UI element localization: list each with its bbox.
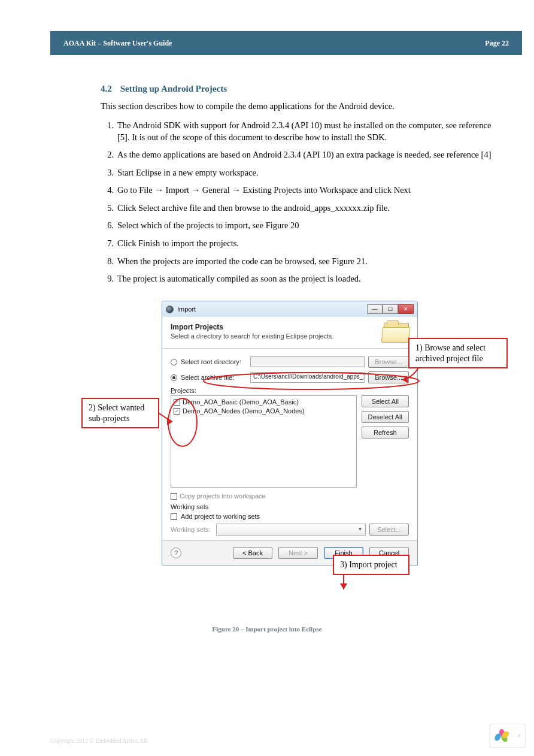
archive-label: Select archive file:: [181, 374, 247, 381]
next-button[interactable]: Next >: [278, 547, 318, 559]
minimize-button[interactable]: —: [367, 304, 383, 314]
callout-browse: 1) Browse and select archived project fi…: [408, 338, 508, 368]
project-row[interactable]: ✓ Demo_AOA_Nodes (Demo_AOA_Nodes): [174, 407, 354, 415]
dialog-header: Import Projects Select a directory to se…: [162, 317, 417, 349]
window-titlebar[interactable]: Import — ☐ ✕: [162, 301, 417, 317]
working-sets-label: Working sets:: [171, 526, 213, 533]
add-working-set-checkbox[interactable]: [171, 513, 177, 520]
project-checkbox[interactable]: ✓: [174, 408, 180, 415]
list-item: 8.When the projects are imported the cod…: [101, 256, 498, 268]
copyright: Copyright 2012 © Embedded Artists AB: [50, 737, 148, 744]
page-content: 4.2Setting up Android Projects This sect…: [101, 84, 498, 291]
working-sets-combo[interactable]: [216, 524, 366, 536]
chevron-right-icon: ›: [517, 731, 520, 740]
list-item: 2.As the demo applications are based on …: [101, 149, 498, 161]
import-dialog: Import — ☐ ✕ Import Projects Select a di…: [162, 301, 418, 566]
working-sets-title: Working sets: [171, 503, 409, 510]
archive-radio[interactable]: [171, 374, 177, 381]
copy-workspace-checkbox[interactable]: ✓: [171, 493, 177, 500]
section-title: Setting up Android Projects: [120, 84, 227, 93]
page-number: Page 22: [485, 39, 509, 48]
copy-workspace-label: Copy projects into workspace: [180, 492, 266, 500]
window-title: Import: [177, 306, 196, 313]
logo-icon: [495, 729, 508, 742]
section-intro: This section describes how to compile th…: [101, 101, 498, 111]
projects-listbox[interactable]: ✓ Demo_AOA_Basic (Demo_AOA_Basic) ✓ Demo…: [171, 395, 357, 488]
archive-path-input[interactable]: C:\Users\ancli\Downloads\android_apps_12…: [250, 372, 365, 383]
list-item: 9.The project is automatically compiled …: [101, 273, 498, 285]
root-dir-input[interactable]: [250, 356, 365, 367]
projects-label: Projects:: [171, 387, 409, 394]
dialog-subheading: Select a directory to search for existin…: [171, 332, 334, 340]
corner-widget[interactable]: ›: [490, 724, 526, 748]
select-all-button[interactable]: Select All: [362, 395, 409, 407]
refresh-button[interactable]: Refresh: [362, 427, 409, 439]
section-number: 4.2: [101, 84, 112, 93]
select-working-set-button[interactable]: Select...: [369, 524, 409, 536]
step-list: 1.The Android SDK with support for Andro…: [101, 120, 498, 285]
root-dir-label: Select root directory:: [181, 358, 247, 365]
root-dir-radio[interactable]: [171, 359, 177, 365]
list-item: 3.Start Eclipse in a new empty workspace…: [101, 167, 498, 179]
help-button[interactable]: ?: [171, 548, 181, 558]
back-button[interactable]: < Back: [233, 547, 272, 559]
project-checkbox[interactable]: ✓: [174, 399, 180, 406]
doc-title: AOAA Kit – Software User's Guide: [63, 39, 172, 48]
page-header: AOAA Kit – Software User's Guide Page 22: [50, 31, 522, 55]
dialog-heading: Import Projects: [171, 323, 334, 331]
eclipse-icon: [166, 306, 174, 313]
maximize-button[interactable]: ☐: [383, 304, 398, 314]
folder-icon: [384, 323, 409, 342]
list-item: 6.Select which of the projects to import…: [101, 220, 498, 232]
svg-marker-4: [340, 583, 347, 589]
project-row[interactable]: ✓ Demo_AOA_Basic (Demo_AOA_Basic): [174, 398, 354, 406]
add-working-set-label: Add project to working sets: [181, 513, 260, 520]
list-item: 7.Click Finish to import the projects.: [101, 238, 498, 250]
list-item: 4.Go to File → Import → General → Existi…: [101, 185, 498, 196]
browse-archive-button[interactable]: Browse...: [368, 371, 409, 383]
section-heading: 4.2Setting up Android Projects: [101, 84, 498, 94]
list-item: 1.The Android SDK with support for Andro…: [101, 120, 498, 143]
deselect-all-button[interactable]: Deselect All: [362, 411, 409, 423]
callout-import: 3) Import project: [333, 555, 409, 575]
close-button[interactable]: ✕: [398, 304, 414, 314]
callout-select-projects: 2) Select wanted sub-projects: [81, 398, 159, 428]
list-item: 5.Click Select archive file and then bro…: [101, 202, 498, 214]
browse-root-button[interactable]: Browse...: [368, 356, 409, 368]
project-name: Demo_AOA_Nodes (Demo_AOA_Nodes): [183, 407, 305, 415]
project-name: Demo_AOA_Basic (Demo_AOA_Basic): [183, 398, 299, 406]
figure-caption: Figure 20 – Import project into Eclipse: [0, 625, 534, 633]
